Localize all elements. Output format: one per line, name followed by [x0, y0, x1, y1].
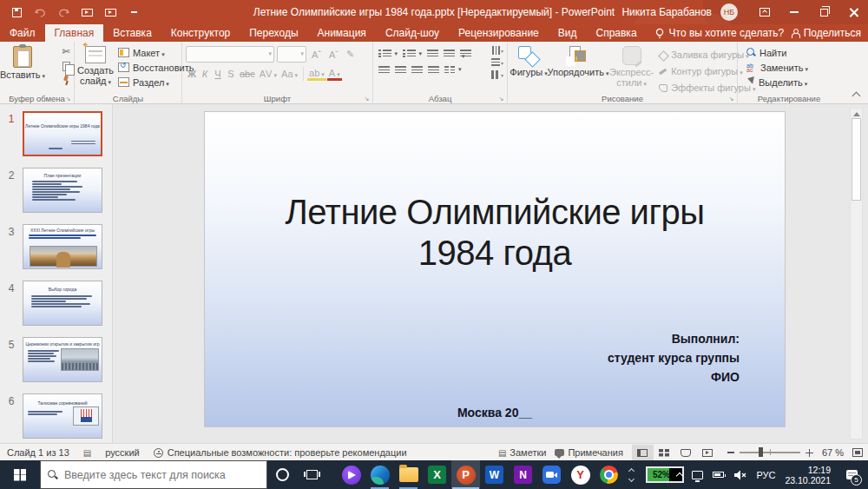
tab-file[interactable]: Файл — [0, 24, 45, 42]
paragraph-dialog-launcher[interactable] — [497, 95, 505, 102]
font-name-combo[interactable] — [186, 46, 274, 63]
scrollbar-thumb[interactable] — [852, 118, 861, 201]
taskbar-app-explorer[interactable] — [394, 460, 423, 489]
tab-insert[interactable]: Вставка — [103, 24, 161, 42]
fit-slide-button[interactable] — [852, 448, 863, 457]
font-color-button[interactable]: А — [327, 68, 342, 81]
redo-icon[interactable] — [57, 6, 69, 18]
taskbar-app-word[interactable]: W — [480, 460, 509, 489]
slide-title[interactable]: Летние Олимпийские игры 1984 года — [240, 192, 750, 274]
restore-button[interactable] — [809, 0, 838, 24]
start-button[interactable] — [0, 460, 40, 489]
notes-toggle[interactable]: Заметки — [498, 447, 547, 458]
save-icon[interactable] — [10, 6, 23, 18]
search-input[interactable] — [64, 469, 260, 481]
close-button[interactable] — [838, 0, 868, 24]
zoom-level[interactable]: 67 % — [822, 447, 844, 458]
text-shadow-button[interactable]: S — [225, 69, 237, 79]
zoom-in-button[interactable] — [806, 449, 813, 457]
vertical-scrollbar[interactable] — [850, 108, 863, 439]
line-spacing-button[interactable] — [460, 50, 471, 58]
italic-button[interactable]: К — [199, 69, 211, 79]
action-center-button[interactable]: 5 — [840, 460, 863, 489]
current-slide[interactable]: Летние Олимпийские игры 1984 года Выполн… — [204, 111, 786, 427]
columns-button[interactable] — [444, 66, 462, 75]
taskbar-scroll-arrows[interactable] — [623, 460, 639, 489]
replace-button[interactable]: abac Заменить — [745, 60, 840, 75]
taskbar-app-camera[interactable] — [537, 460, 566, 489]
slide-footer[interactable]: Москва 20__ — [205, 406, 785, 420]
align-left-button[interactable] — [378, 66, 390, 75]
slide-thumbnail-1[interactable]: Летние Олимпийские игры 1984 года — [23, 111, 102, 156]
text-direction-button[interactable] — [491, 46, 503, 55]
collapse-ribbon-icon[interactable] — [852, 92, 861, 101]
slide-thumbnail-4[interactable]: Выбор города — [23, 281, 102, 326]
customize-qat-icon[interactable] — [128, 6, 140, 18]
character-spacing-button[interactable]: АV — [258, 69, 279, 79]
slide-byline[interactable]: Выполнил: студент курса группы ФИО — [608, 329, 740, 387]
language-indicator[interactable]: русский — [105, 447, 139, 458]
keyboard-language[interactable]: РУС — [756, 470, 775, 480]
find-button[interactable]: Найти — [745, 45, 840, 60]
change-case-button[interactable]: Аа — [279, 69, 299, 79]
align-center-button[interactable] — [395, 66, 406, 75]
zoom-slider-thumb[interactable] — [759, 447, 763, 457]
tab-animations[interactable]: Анимация — [308, 24, 376, 42]
font-dialog-launcher[interactable] — [363, 95, 371, 102]
taskbar-app-alice[interactable] — [337, 460, 365, 489]
spellcheck-icon[interactable] — [83, 447, 91, 458]
reading-view-button[interactable] — [675, 445, 697, 460]
increase-indent-button[interactable] — [444, 50, 455, 58]
tab-view[interactable]: Вид — [549, 24, 587, 42]
paste-button[interactable]: Вставить — [0, 45, 45, 83]
select-button[interactable]: Выделить — [745, 75, 840, 89]
justify-button[interactable] — [428, 66, 439, 75]
shrink-font-button[interactable]: Аˇ — [326, 50, 341, 60]
taskbar-app-excel[interactable]: X — [423, 460, 451, 489]
scroll-down-icon[interactable] — [628, 475, 634, 481]
muted-speaker-icon[interactable] — [733, 470, 746, 480]
tell-me-box[interactable]: Что вы хотите сделать? — [647, 24, 793, 42]
convert-smartart-button[interactable] — [491, 70, 503, 79]
slide-thumbnail-3[interactable]: XXIII Летние Олимпийские игры — [23, 224, 102, 269]
display-tray-icon[interactable] — [692, 471, 703, 479]
tab-transitions[interactable]: Переходы — [240, 24, 307, 42]
slide-thumbnail-2[interactable]: План презентации — [23, 168, 102, 213]
copy-icon[interactable] — [62, 62, 70, 71]
font-size-combo[interactable] — [277, 46, 306, 63]
bold-button[interactable]: Ж — [186, 69, 198, 79]
numbering-button[interactable] — [403, 50, 422, 58]
clock[interactable]: 12:19 23.10.2021 — [785, 465, 831, 486]
clear-formatting-button[interactable]: ✎ — [344, 49, 357, 60]
taskbar-app-onenote[interactable]: N — [509, 460, 537, 489]
undo-icon[interactable] — [34, 6, 46, 18]
comments-toggle[interactable]: Примечания — [555, 447, 623, 458]
bullets-button[interactable] — [378, 50, 398, 58]
taskbar-app-chrome[interactable] — [595, 460, 623, 489]
tab-design[interactable]: Конструктор — [161, 24, 240, 42]
clipboard-dialog-launcher[interactable] — [64, 95, 72, 102]
underline-button[interactable]: Ч — [212, 69, 224, 79]
account-name[interactable]: Никита Барабанов — [621, 6, 712, 18]
zoom-slider[interactable] — [740, 452, 800, 453]
task-view-button[interactable] — [297, 460, 326, 489]
cortana-button[interactable] — [267, 460, 297, 489]
tab-slideshow[interactable]: Слайд-шоу — [376, 24, 449, 42]
tab-help[interactable]: Справка — [586, 24, 646, 42]
battery-tray-icon[interactable] — [713, 472, 724, 478]
align-text-button[interactable] — [491, 58, 503, 67]
normal-view-button[interactable] — [632, 445, 654, 460]
taskbar-app-yandex[interactable]: Y — [566, 460, 595, 489]
tab-home[interactable]: Главная — [45, 24, 104, 42]
decrease-indent-button[interactable] — [427, 50, 438, 58]
accessibility-checker[interactable]: Специальные возможности: проверьте реком… — [154, 447, 407, 458]
scroll-up-icon[interactable] — [853, 112, 860, 116]
cut-icon[interactable]: ✄ — [62, 46, 69, 57]
presenter-view-icon[interactable] — [104, 6, 116, 18]
ribbon-display-options-button[interactable] — [750, 0, 779, 24]
zoom-out-button[interactable] — [727, 452, 734, 453]
scroll-up-icon[interactable] — [628, 467, 634, 473]
tab-review[interactable]: Рецензирование — [449, 24, 549, 42]
taskbar-app-edge[interactable] — [365, 460, 394, 489]
drawing-dialog-launcher[interactable] — [727, 95, 735, 102]
